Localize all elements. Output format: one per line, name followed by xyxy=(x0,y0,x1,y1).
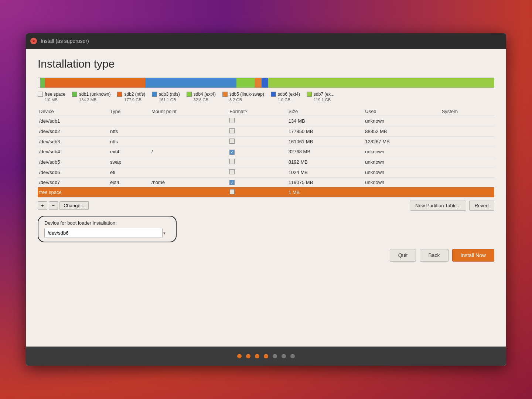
dot-3 xyxy=(255,354,259,358)
cell-mount xyxy=(150,167,228,177)
cell-system xyxy=(440,157,494,167)
cell-format xyxy=(228,126,287,137)
legend-sdb2: sdb2 (ntfs) 177.9 GB xyxy=(117,92,145,102)
legend-free-space: free space 1.0 MB xyxy=(38,92,65,102)
dot-4 xyxy=(264,354,268,358)
cell-format xyxy=(228,137,287,147)
col-type: Type xyxy=(109,107,150,116)
legend-sdb1: sdb1 (unknown) 134.2 MB xyxy=(72,92,110,102)
bootloader-section: Device for boot loader installation: /de… xyxy=(38,216,494,242)
col-format: Format? xyxy=(228,107,287,116)
table-row[interactable]: /dev/sdb4ext4/✓32768 MBunknown xyxy=(38,147,494,157)
partition-table: Device Type Mount point Format? Size Use… xyxy=(38,107,494,198)
cell-mount xyxy=(150,116,228,126)
cell-size: 134 MB xyxy=(287,116,364,126)
cell-format xyxy=(228,187,287,198)
cell-device: /dev/sdb4 xyxy=(38,147,109,157)
cell-mount xyxy=(150,187,228,198)
change-partition-button[interactable]: Change... xyxy=(59,201,88,210)
dot-6 xyxy=(282,354,286,358)
cell-type: swap xyxy=(109,157,150,167)
quit-button[interactable]: Quit xyxy=(390,249,416,262)
remove-partition-button[interactable]: − xyxy=(49,201,58,210)
cell-used: unknown xyxy=(364,167,440,177)
format-checkbox[interactable] xyxy=(229,118,235,123)
titlebar: × Install (as superuser) xyxy=(26,33,506,49)
partition-legend: free space 1.0 MB sdb1 (unknown) 134.2 M… xyxy=(38,92,494,102)
format-checkbox[interactable] xyxy=(229,128,235,133)
dot-5 xyxy=(273,354,277,358)
cell-mount xyxy=(150,126,228,137)
revert-button[interactable]: Revert xyxy=(469,201,494,211)
installer-window: × Install (as superuser) Installation ty… xyxy=(26,33,506,366)
cell-size: 1 MB xyxy=(287,187,364,198)
bootloader-select[interactable]: /dev/sdb6 xyxy=(44,228,163,238)
window-title: Install (as superuser) xyxy=(41,38,89,44)
format-checkbox[interactable] xyxy=(229,189,235,194)
bootloader-label: Device for boot loader installation: xyxy=(44,220,170,226)
seg-sdb3 xyxy=(145,78,236,88)
cell-device: /dev/sdb1 xyxy=(38,116,109,126)
cell-system xyxy=(440,187,494,198)
table-controls: + − Change... New Partition Table... Rev… xyxy=(38,201,494,211)
cell-type: efi xyxy=(109,167,150,177)
format-checkbox[interactable]: ✓ xyxy=(229,150,235,155)
cell-format xyxy=(228,157,287,167)
new-partition-table-button[interactable]: New Partition Table... xyxy=(410,201,466,211)
seg-sdb1 xyxy=(40,78,45,88)
progress-dots xyxy=(26,347,506,366)
col-device: Device xyxy=(38,107,109,116)
cell-used xyxy=(364,187,440,198)
cell-size: 1024 MB xyxy=(287,167,364,177)
add-partition-button[interactable]: + xyxy=(38,201,47,210)
col-mount: Mount point xyxy=(150,107,228,116)
back-button[interactable]: Back xyxy=(420,249,448,262)
format-checkbox[interactable]: ✓ xyxy=(229,180,235,185)
cell-size: 8192 MB xyxy=(287,157,364,167)
seg-sdb2 xyxy=(45,78,145,88)
bottom-buttons: Quit Back Install Now xyxy=(38,249,494,262)
format-checkbox[interactable] xyxy=(229,139,235,144)
cell-device: /dev/sdb6 xyxy=(38,167,109,177)
cell-system xyxy=(440,137,494,147)
cell-format: ✓ xyxy=(228,147,287,157)
cell-type xyxy=(109,116,150,126)
cell-mount: /home xyxy=(150,177,228,187)
cell-type: ntfs xyxy=(109,126,150,137)
cell-used: unknown xyxy=(364,177,440,187)
table-row[interactable]: /dev/sdb1134 MBunknown xyxy=(38,116,494,126)
cell-mount xyxy=(150,157,228,167)
cell-size: 177850 MB xyxy=(287,126,364,137)
cell-system xyxy=(440,177,494,187)
cell-type: ext4 xyxy=(109,177,150,187)
dot-7 xyxy=(290,354,295,358)
format-checkbox[interactable] xyxy=(229,169,235,174)
table-row[interactable]: /dev/sdb6efi1024 MBunknown xyxy=(38,167,494,177)
table-row[interactable]: /dev/sdb5swap8192 MBunknown xyxy=(38,157,494,167)
table-row[interactable]: /dev/sdb3ntfs161061 MB128267 MB xyxy=(38,137,494,147)
table-row[interactable]: /dev/sdb7ext4/home✓119075 MBunknown xyxy=(38,177,494,187)
install-now-button[interactable]: Install Now xyxy=(452,249,494,262)
partition-bar xyxy=(38,78,494,88)
cell-device: free space xyxy=(38,187,109,198)
cell-format xyxy=(228,167,287,177)
seg-sdb6 xyxy=(262,78,269,88)
table-row[interactable]: free space1 MB xyxy=(38,187,494,198)
cell-used: unknown xyxy=(364,147,440,157)
cell-device: /dev/sdb2 xyxy=(38,126,109,137)
cell-system xyxy=(440,147,494,157)
close-button[interactable]: × xyxy=(30,38,37,44)
bootloader-select-wrapper[interactable]: /dev/sdb6 xyxy=(44,228,170,238)
cell-mount: / xyxy=(150,147,228,157)
page-title: Installation type xyxy=(38,58,494,70)
main-content: Installation type free space 1.0 MB xyxy=(26,49,506,347)
cell-type xyxy=(109,187,150,198)
table-row[interactable]: /dev/sdb2ntfs177850 MB88852 MB xyxy=(38,126,494,137)
dot-2 xyxy=(246,354,250,358)
legend-sdb3: sdb3 (ntfs) 161.1 GB xyxy=(152,92,180,102)
format-checkbox[interactable] xyxy=(229,159,235,164)
cell-format xyxy=(228,116,287,126)
cell-system xyxy=(440,116,494,126)
dot-1 xyxy=(237,354,242,358)
legend-sdb6: sdb6 (ext4) 1.0 GB xyxy=(271,92,300,102)
